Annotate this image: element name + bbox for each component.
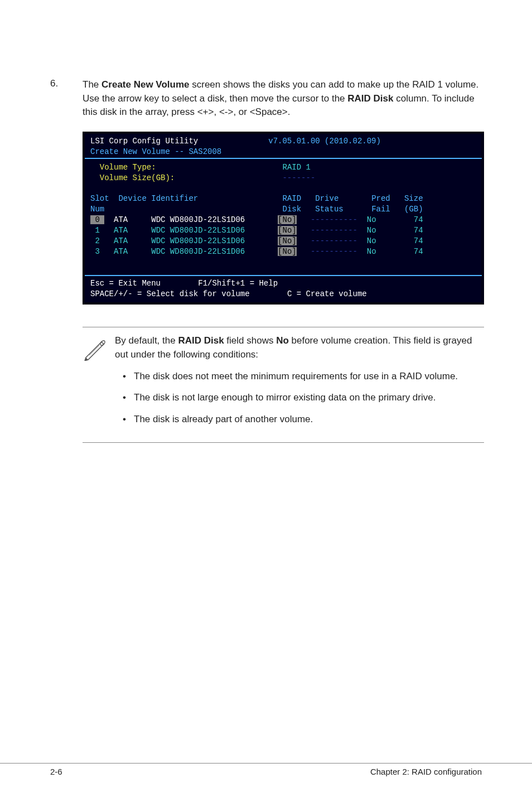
drive-status: ---------- [311,236,357,245]
hdr-device: Device Identifier [118,194,198,203]
note-text-frag: field shows [224,335,277,346]
device-id: ATA WDC WD800JD-22LS1D06 [114,236,245,245]
note-bold-raid-disk: RAID Disk [178,335,224,346]
hint-space: SPACE/+/- = Select disk for volume [90,289,250,298]
pencil-icon [83,334,115,434]
hint-f1: F1/Shift+1 = Help [198,279,278,288]
hdr-gb: (GB) [404,205,423,214]
note-block: By default, the RAID Disk field shows No… [83,327,484,442]
note-bullet: The disk is already part of another volu… [115,413,484,427]
note-bullet: The disk is not large enough to mirror e… [115,391,484,405]
terminal-body: Volume Type: RAID 1 Volume Size(GB): ---… [85,159,482,276]
disk-row-3[interactable]: 3 ATA WDC WD800JD-22LS1D06 [No] --------… [90,247,476,257]
slot-num: 3 [90,247,104,256]
slot-num: 1 [90,226,104,235]
slot-num: 0 [90,215,104,224]
device-id: ATA WDC WD800JD-22LS1D06 [114,247,245,256]
hdr-fail: Fail [371,205,390,214]
size-gb: 74 [414,226,423,235]
disk-row-2[interactable]: 2 ATA WDC WD800JD-22LS1D06 [No] --------… [90,236,476,247]
terminal-footer: Esc = Exit Menu F1/Shift+1 = Help SPACE/… [85,276,482,303]
page-footer: 2-6 Chapter 2: RAID configuration [0,763,532,776]
hdr-size: Size [404,194,423,203]
vol-size-label: Volume Size(GB): [100,173,175,182]
hdr-num: Num [90,205,104,214]
drive-status: ---------- [311,247,357,256]
hdr-slot: Slot [90,194,109,203]
raid-disk-value[interactable]: [No] [278,247,297,256]
raid-disk-value[interactable]: [No] [278,215,297,224]
hint-esc: Esc = Exit Menu [90,279,161,288]
pred-fail: No [367,247,376,256]
note-bullet-list: The disk does not meet the minimum requi… [115,370,484,427]
bold-create-new-volume: Create New Volume [101,79,189,90]
device-id: ATA WDC WD800JD-22LS1D06 [114,226,245,235]
disk-row-0[interactable]: 0 ATA WDC WD800JD-22LS1D06 [No] --------… [90,215,476,225]
step-6-row: 6. The Create New Volume screen shows th… [50,78,482,119]
document-page: 6. The Create New Volume screen shows th… [0,0,532,465]
util-subtitle: Create New Volume -- SAS2008 [90,147,221,156]
drive-status: ---------- [311,226,357,235]
raid-disk-value[interactable]: [No] [278,236,297,245]
note-text-frag: By default, the [115,335,178,346]
col-headers-l2: Num Disk Status Fail (GB) [90,204,476,215]
vol-type-label: Volume Type: [100,163,156,172]
disk-row-1[interactable]: 1 ATA WDC WD800JD-22LS1D06 [No] --------… [90,225,476,236]
vol-size-value: ------- [282,173,315,182]
size-gb: 74 [414,247,423,256]
device-id: ATA WDC WD800JD-22LS1D06 [114,215,245,224]
note-bold-no: No [276,335,289,346]
vol-size-line: Volume Size(GB): ------- [90,173,476,183]
hdr-raid: RAID [282,194,301,203]
size-gb: 74 [414,215,423,224]
blank-line [90,183,476,194]
step-number: 6. [50,78,83,119]
hint-create: C = Create volume [287,289,367,298]
hdr-disk: Disk [282,205,301,214]
pred-fail: No [367,215,376,224]
col-headers-l1: Slot Device Identifier RAID Drive Pred S… [90,194,476,204]
note-content: By default, the RAID Disk field shows No… [115,334,484,434]
drive-status: ---------- [311,215,357,224]
page-number: 2-6 [50,767,62,776]
raid-disk-value[interactable]: [No] [278,226,297,235]
pred-fail: No [367,236,376,245]
hdr-drive: Drive [315,194,338,203]
util-version: v7.05.01.00 (2010.02.09) [268,137,381,146]
slot-num: 2 [90,236,104,245]
step-text: The Create New Volume screen shows the d… [83,78,482,119]
vol-type-line: Volume Type: RAID 1 [90,162,476,173]
text-frag: The [83,79,101,90]
hdr-pred: Pred [371,194,390,203]
vol-type-value: RAID 1 [282,163,310,172]
util-title: LSI Corp Config Utility [90,137,198,146]
terminal-header: LSI Corp Config Utility v7.05.01.00 (201… [85,134,482,159]
pred-fail: No [367,226,376,235]
chapter-title: Chapter 2: RAID configuration [370,767,482,776]
hdr-status: Status [315,205,343,214]
bios-terminal: LSI Corp Config Utility v7.05.01.00 (201… [83,132,484,305]
note-bullet: The disk does not meet the minimum requi… [115,370,484,384]
size-gb: 74 [414,236,423,245]
bold-raid-disk: RAID Disk [347,93,393,104]
